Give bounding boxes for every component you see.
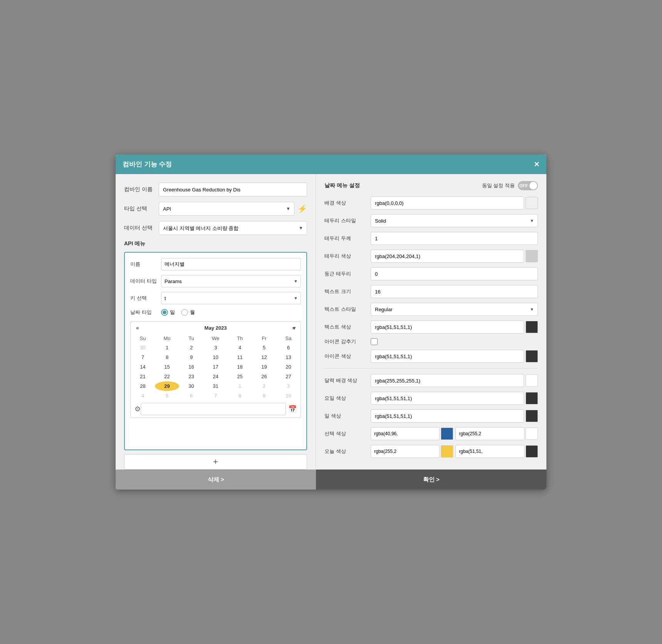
lightning-icon[interactable]: ⚡: [297, 204, 307, 213]
calendar-day[interactable]: 10: [276, 391, 301, 401]
text-color-preview[interactable]: [526, 321, 538, 333]
text-color-input[interactable]: [371, 320, 524, 334]
calendar-day[interactable]: 24: [203, 372, 228, 381]
today-color1-preview[interactable]: [441, 445, 453, 458]
type-select[interactable]: API: [159, 202, 294, 216]
calendar-day[interactable]: 26: [252, 372, 276, 381]
calendar-bg-label: 달력 배경 색상: [324, 377, 371, 384]
border-thickness-input[interactable]: [371, 232, 538, 245]
calendar-day[interactable]: 28: [131, 381, 155, 391]
calendar-day[interactable]: 7: [131, 352, 155, 362]
select-color2-preview[interactable]: [526, 428, 538, 440]
select-color1-preview[interactable]: [441, 428, 453, 440]
weekday-color-preview[interactable]: [526, 392, 538, 404]
calendar-day[interactable]: 9: [252, 391, 276, 401]
api-datatype-select[interactable]: Params: [161, 275, 301, 287]
confirm-button[interactable]: 확인 >: [316, 470, 546, 490]
calendar-day[interactable]: 30: [131, 343, 155, 352]
calendar-day[interactable]: 29: [155, 381, 179, 391]
icon-color-preview[interactable]: [526, 350, 538, 362]
calendar-day[interactable]: 7: [203, 391, 228, 401]
text-style-select[interactable]: Regular: [371, 303, 538, 316]
calendar-day[interactable]: 8: [228, 391, 252, 401]
bg-color-preview[interactable]: [526, 197, 538, 209]
delete-btn-label[interactable]: 삭제 >: [208, 476, 224, 483]
calendar-icon[interactable]: 📅: [288, 405, 297, 413]
calendar-day[interactable]: 12: [252, 352, 276, 362]
calendar-day[interactable]: 25: [228, 372, 252, 381]
calendar-day[interactable]: 5: [155, 391, 179, 401]
calendar-day[interactable]: 1: [155, 343, 179, 352]
toggle-switch[interactable]: OFF: [518, 181, 538, 190]
calendar-day[interactable]: 6: [179, 391, 203, 401]
calendar-day[interactable]: 19: [252, 362, 276, 372]
border-style-select[interactable]: Solid: [371, 214, 538, 227]
calendar-day[interactable]: 31: [203, 381, 228, 391]
today-color2-preview[interactable]: [526, 445, 538, 458]
day-color-preview[interactable]: [526, 410, 538, 422]
text-size-input[interactable]: [371, 285, 538, 298]
today-color1-input[interactable]: [371, 445, 440, 458]
calendar-day[interactable]: 4: [131, 391, 155, 401]
combine-name-input[interactable]: [159, 183, 307, 196]
border-color-preview[interactable]: [526, 250, 538, 262]
select-color-inputs: [371, 427, 538, 440]
calendar-bg-input[interactable]: [371, 374, 524, 387]
calendar-day[interactable]: 13: [276, 352, 301, 362]
calendar-day[interactable]: 23: [179, 372, 203, 381]
calendar-day[interactable]: 6: [276, 343, 301, 352]
calendar-day[interactable]: 16: [179, 362, 203, 372]
text-size-row: 텍스트 크기: [324, 285, 538, 298]
calendar-day[interactable]: 10: [203, 352, 228, 362]
calendar-day[interactable]: 5: [252, 343, 276, 352]
today-color-inputs: [371, 445, 538, 458]
calendar-day[interactable]: 4: [228, 343, 252, 352]
calendar-dropdown-arrow[interactable]: ▼: [292, 325, 297, 331]
border-color-input[interactable]: [371, 250, 524, 263]
api-name-input[interactable]: [161, 258, 301, 270]
icon-color-input[interactable]: [371, 350, 524, 363]
calendar-day[interactable]: 8: [155, 352, 179, 362]
weekday-color-label: 요일 색상: [324, 395, 371, 402]
calendar-prev[interactable]: «: [136, 325, 139, 331]
calendar-day[interactable]: 17: [203, 362, 228, 372]
calendar-week-row: 78910111213: [131, 352, 301, 362]
calendar-day[interactable]: 21: [131, 372, 155, 381]
calendar-day[interactable]: 18: [228, 362, 252, 372]
calendar-day[interactable]: 2: [252, 381, 276, 391]
calendar-date-input[interactable]: [141, 403, 286, 415]
gear-icon[interactable]: ⚙: [134, 405, 141, 413]
calendar-day[interactable]: 11: [228, 352, 252, 362]
calendar-day[interactable]: 27: [276, 372, 301, 381]
weekday-color-input[interactable]: [371, 392, 524, 405]
text-style-row: 텍스트 스타일 Regular ▼: [324, 303, 538, 316]
calendar-day[interactable]: 9: [179, 352, 203, 362]
data-select[interactable]: 서울시 지역별 에너지 소비량 종합: [159, 221, 307, 235]
today-color2-input[interactable]: [455, 445, 524, 458]
calendar-day[interactable]: 22: [155, 372, 179, 381]
calendar-day[interactable]: 30: [179, 381, 203, 391]
calendar-day[interactable]: 15: [155, 362, 179, 372]
dow-th: Th: [228, 334, 252, 343]
calendar-day[interactable]: 3: [203, 343, 228, 352]
calendar-day[interactable]: 2: [179, 343, 203, 352]
add-button[interactable]: +: [124, 454, 307, 470]
api-key-select[interactable]: t: [161, 292, 301, 304]
calendar-bg-preview[interactable]: [526, 374, 538, 387]
select-color2-input[interactable]: [455, 427, 524, 440]
round-border-input[interactable]: [371, 267, 538, 280]
confirm-btn-label[interactable]: 확인 >: [423, 476, 440, 483]
calendar-day[interactable]: 20: [276, 362, 301, 372]
calendar-day[interactable]: 3: [276, 381, 301, 391]
bg-color-input[interactable]: [371, 196, 524, 210]
close-icon[interactable]: ✕: [534, 160, 539, 169]
radio-month[interactable]: 월: [181, 309, 195, 316]
calendar-day[interactable]: 1: [228, 381, 252, 391]
day-color-input[interactable]: [371, 409, 524, 423]
today-color2-group: [455, 445, 538, 458]
icon-hide-checkbox[interactable]: [371, 338, 378, 345]
calendar-day[interactable]: 14: [131, 362, 155, 372]
select-color1-input[interactable]: [371, 427, 440, 440]
radio-day[interactable]: 일: [161, 309, 175, 316]
delete-button[interactable]: 삭제 >: [116, 470, 316, 490]
